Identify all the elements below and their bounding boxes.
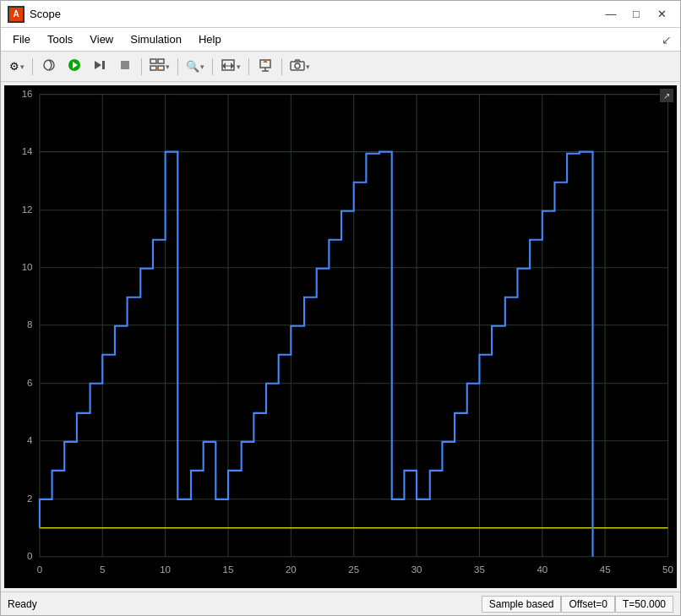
toolbar-sep-6	[281, 58, 282, 75]
menu-help[interactable]: Help	[190, 30, 230, 49]
settings-arrow-icon: ▾	[20, 63, 25, 71]
window-title: Scope	[30, 8, 599, 20]
toolbar-sep-5	[248, 58, 249, 75]
menu-bar: File Tools View Simulation Help ↙	[1, 28, 680, 52]
main-window: A Scope — □ ✕ File Tools View Simulation…	[0, 0, 681, 616]
status-offset: Offset=0	[561, 596, 614, 613]
svg-rect-7	[158, 59, 164, 63]
svg-text:16: 16	[22, 88, 33, 99]
toolbar-sep-4	[212, 58, 213, 75]
svg-rect-4	[102, 61, 105, 69]
menu-view[interactable]: View	[81, 30, 122, 49]
svg-marker-3	[95, 61, 101, 69]
svg-text:20: 20	[286, 564, 297, 575]
axes-dropdown[interactable]: ▾	[217, 56, 244, 78]
window-controls: — □ ✕	[599, 5, 673, 24]
toolbar-sep-2	[141, 58, 142, 75]
layout-dropdown[interactable]: ▾	[146, 56, 173, 78]
stop-button[interactable]	[113, 56, 137, 78]
export-icon	[259, 58, 272, 74]
stop-icon	[118, 58, 132, 74]
status-bar: Ready Sample based Offset=0 T=50.000	[1, 591, 680, 615]
svg-text:30: 30	[411, 564, 422, 575]
svg-text:5: 5	[100, 564, 105, 575]
status-time: T=50.000	[615, 596, 673, 613]
refresh-icon	[42, 58, 56, 74]
close-button[interactable]: ✕	[650, 5, 673, 24]
svg-text:35: 35	[474, 564, 485, 575]
svg-text:6: 6	[27, 377, 32, 388]
toolbar-sep-3	[177, 58, 178, 75]
menu-simulation[interactable]: Simulation	[122, 30, 190, 49]
step-forward-icon	[93, 58, 106, 74]
zoom-dropdown[interactable]: 🔍 ▾	[183, 56, 208, 78]
app-icon: A	[8, 6, 25, 23]
svg-text:40: 40	[537, 564, 548, 575]
svg-text:8: 8	[27, 319, 32, 330]
layout-arrow-icon: ▾	[166, 63, 170, 71]
axes-arrow-icon: ▾	[237, 63, 241, 71]
svg-text:15: 15	[223, 564, 234, 575]
svg-text:0: 0	[37, 564, 42, 575]
svg-text:10: 10	[22, 261, 33, 272]
zoom-icon: 🔍	[186, 60, 199, 73]
maximize-button[interactable]: □	[624, 5, 648, 24]
step-forward-button[interactable]	[88, 56, 112, 78]
minimize-button[interactable]: —	[599, 5, 623, 24]
menu-arrow-icon: ↙	[662, 33, 677, 46]
toolbar-sep-1	[32, 58, 33, 75]
svg-text:0: 0	[27, 550, 32, 561]
svg-point-20	[295, 63, 300, 68]
svg-text:50: 50	[662, 564, 673, 575]
status-sample-based: Sample based	[482, 596, 562, 613]
svg-text:12: 12	[22, 204, 33, 215]
settings-icon: ⚙	[9, 60, 19, 73]
title-bar: A Scope — □ ✕	[1, 1, 680, 28]
layout-icon	[150, 58, 165, 74]
axes-icon	[221, 58, 236, 74]
svg-text:45: 45	[600, 564, 611, 575]
svg-text:14: 14	[22, 145, 33, 156]
camera-dropdown[interactable]: ▾	[286, 56, 313, 78]
play-button[interactable]	[63, 56, 86, 78]
menu-file[interactable]: File	[4, 30, 39, 49]
play-icon	[68, 58, 81, 74]
svg-rect-6	[150, 59, 156, 63]
refresh-button[interactable]	[37, 56, 61, 78]
status-right: Sample based Offset=0 T=50.000	[482, 596, 673, 613]
plot-svg: 0 2 4 6 8 10 12 14 16 0 5 10 15 20 25 30…	[4, 85, 677, 588]
svg-text:2: 2	[27, 493, 32, 504]
plot-area[interactable]: 0 2 4 6 8 10 12 14 16 0 5 10 15 20 25 30…	[4, 85, 677, 588]
settings-dropdown[interactable]: ⚙ ▾	[6, 56, 28, 78]
svg-point-0	[44, 60, 54, 70]
svg-rect-21	[4, 85, 677, 588]
svg-text:4: 4	[27, 434, 33, 445]
svg-text:10: 10	[160, 564, 171, 575]
export-button[interactable]	[253, 56, 277, 78]
expand-icon[interactable]: ↗	[660, 89, 673, 102]
toolbar: ⚙ ▾	[1, 52, 680, 82]
zoom-arrow-icon: ▾	[200, 63, 204, 71]
menu-tools[interactable]: Tools	[39, 30, 81, 49]
status-ready: Ready	[8, 598, 482, 610]
svg-rect-8	[150, 66, 156, 70]
svg-text:25: 25	[348, 564, 359, 575]
svg-rect-5	[121, 61, 129, 69]
camera-arrow-icon: ▾	[306, 63, 310, 71]
camera-icon	[290, 58, 305, 74]
svg-rect-9	[158, 66, 164, 70]
